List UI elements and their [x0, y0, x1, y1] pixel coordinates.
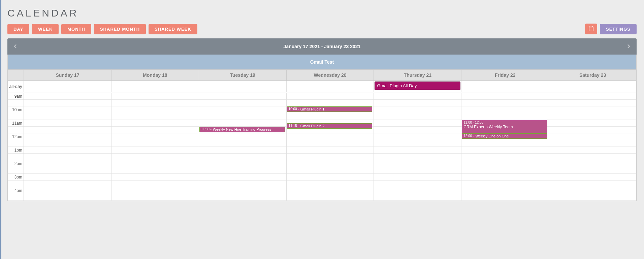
week-button[interactable]: WEEK — [32, 24, 59, 34]
day-header: Sunday 17 — [24, 70, 111, 80]
day-header-row: Sunday 17 Monday 18 Tuesday 19 Wednesday… — [8, 70, 636, 81]
allday-cell[interactable] — [549, 81, 636, 92]
day-button[interactable]: DAY — [7, 24, 29, 34]
date-nav-bar: January 17 2021 - January 23 2021 — [7, 38, 637, 55]
day-column[interactable] — [24, 93, 111, 201]
event-time: 12:00 - — [463, 134, 474, 138]
settings-button[interactable]: SETTINGS — [600, 24, 637, 34]
time-label — [8, 181, 24, 187]
day-header: Thursday 21 — [374, 70, 461, 80]
allday-row: all-day Gmail Plugin All Day — [8, 81, 636, 93]
event-title: Weekly One on One — [475, 134, 509, 138]
allday-cell[interactable] — [461, 81, 549, 92]
event-title: Gmail Plugin 1 — [300, 107, 325, 111]
event-time: 11:30 - — [201, 127, 212, 131]
event-time: 10:00 - — [289, 107, 299, 111]
event-title: CRM Experts Weekly Team — [463, 125, 513, 129]
calendar-event[interactable]: 11:15 -Gmail Plugin 2 — [287, 123, 373, 129]
day-header: Wednesday 20 — [287, 70, 374, 80]
day-column[interactable]: 11:30 -Weekly New Hire Training Progress — [199, 93, 287, 201]
chevron-left-icon — [12, 43, 19, 50]
shared-month-button[interactable]: SHARED MONTH — [94, 24, 146, 34]
day-columns: 11:30 -Weekly New Hire Training Progress… — [24, 93, 636, 201]
allday-cell[interactable] — [24, 81, 111, 92]
time-label — [8, 154, 24, 160]
allday-label: all-day — [8, 81, 24, 92]
calendar-event[interactable]: 11:00 - 12:00CRM Experts Weekly Team — [462, 120, 547, 133]
day-column[interactable] — [111, 93, 199, 201]
time-label — [8, 140, 24, 147]
today-button[interactable] — [585, 24, 597, 34]
prev-week-button[interactable] — [7, 38, 24, 55]
calendar-event[interactable]: 11:30 -Weekly New Hire Training Progress — [199, 127, 285, 132]
day-column[interactable]: 10:00 -Gmail Plugin 111:15 -Gmail Plugin… — [287, 93, 374, 201]
time-label: 12pm — [8, 133, 24, 140]
calendar-icon — [588, 26, 594, 33]
day-header: Monday 18 — [111, 70, 199, 80]
time-label — [8, 113, 24, 120]
day-column[interactable] — [549, 93, 636, 201]
time-label: 9am — [8, 93, 24, 100]
time-label: 2pm — [8, 160, 24, 167]
time-label — [8, 194, 24, 201]
allday-cell[interactable] — [199, 81, 287, 92]
day-header: Friday 22 — [461, 70, 549, 80]
time-label: 4pm — [8, 187, 24, 194]
time-label — [8, 127, 24, 133]
time-label — [8, 167, 24, 174]
time-label: 1pm — [8, 147, 24, 154]
event-title: Gmail Plugin 2 — [300, 124, 325, 128]
time-label: 10am — [8, 106, 24, 113]
day-header: Tuesday 19 — [199, 70, 287, 80]
month-button[interactable]: MONTH — [61, 24, 91, 34]
event-time: 11:00 - 12:00 — [463, 121, 483, 125]
allday-cell[interactable] — [111, 81, 199, 92]
calendar-grid: Sunday 17 Monday 18 Tuesday 19 Wednesday… — [7, 69, 637, 201]
day-header: Saturday 23 — [549, 70, 636, 80]
chevron-right-icon — [625, 43, 632, 50]
calendar-name: Gmail Test — [7, 55, 637, 69]
time-gutter: 9am10am11am12pm1pm2pm3pm4pm — [8, 93, 24, 201]
shared-week-button[interactable]: SHARED WEEK — [149, 24, 197, 34]
allday-cell[interactable] — [287, 81, 374, 92]
day-column[interactable]: 11:00 - 12:00CRM Experts Weekly Team12:0… — [461, 93, 549, 201]
event-time: 11:15 - — [289, 124, 299, 128]
next-week-button[interactable] — [620, 38, 637, 55]
view-toolbar: DAY WEEK MONTH SHARED MONTH SHARED WEEK … — [7, 24, 637, 34]
day-column[interactable] — [374, 93, 461, 201]
event-title: Weekly New Hire Training Progress — [213, 127, 271, 132]
time-grid: 9am10am11am12pm1pm2pm3pm4pm 11:30 -Weekl… — [8, 93, 636, 201]
time-label: 11am — [8, 120, 24, 127]
allday-cell[interactable]: Gmail Plugin All Day — [374, 81, 461, 92]
allday-event[interactable]: Gmail Plugin All Day — [375, 82, 460, 90]
time-label — [8, 100, 24, 106]
calendar-event[interactable]: 12:00 -Weekly One on One — [462, 133, 547, 139]
time-label: 3pm — [8, 174, 24, 181]
page-title: CALENDAR — [7, 7, 637, 19]
date-range: January 17 2021 - January 23 2021 — [7, 44, 637, 49]
calendar-event[interactable]: 10:00 -Gmail Plugin 1 — [287, 106, 373, 112]
